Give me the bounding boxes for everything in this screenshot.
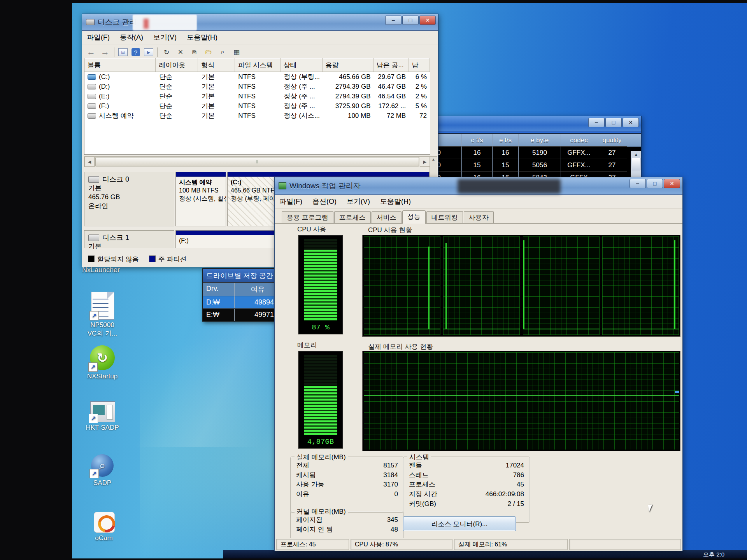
menu-file[interactable]: 파일(F): [279, 197, 302, 206]
menu-view[interactable]: 보기(V): [153, 33, 177, 42]
delete-icon[interactable]: ×: [175, 47, 186, 57]
taskbar[interactable]: 오후 2:0: [223, 550, 747, 558]
status-cpu-usage: CPU 사용: 87%: [351, 539, 452, 550]
table-row[interactable]: 시스템 예약 단순기본 NTFS정상 (시스... 100 MB72 MB 72: [84, 111, 430, 121]
drive-icon: [88, 113, 96, 119]
overlay-header: Drv. 여유: [203, 282, 281, 296]
scrollbar-thumb[interactable]: [632, 158, 640, 170]
cpu-history-label: CPU 사용 현황: [368, 226, 412, 234]
menu-help[interactable]: 도움말(H): [380, 197, 411, 206]
table-row[interactable]: *96015 155056 GFFX...27: [426, 159, 641, 172]
table-row[interactable]: (F:) 단순기본 NTFS정상 (주 ... 3725.90 GB172.62…: [84, 101, 430, 111]
status-bar: 프로세스: 45 CPU 사용: 87% 실제 메모리: 61%: [275, 538, 682, 551]
horizontal-scrollbar[interactable]: ◀ ⫴ ▶: [84, 156, 430, 167]
refresh-icon[interactable]: ↻: [161, 47, 172, 57]
settings-grid-icon[interactable]: ▦: [231, 47, 242, 57]
task-manager-titlebar[interactable]: Windows 작업 관리자 ‒ □ ✕: [275, 177, 682, 195]
maximize-button[interactable]: □: [402, 16, 419, 25]
memory-gauge-label: 메모리: [297, 341, 317, 350]
task-manager-icon: [279, 182, 286, 189]
disk0-summary[interactable]: 디스크 0 기본 465.76 GB 온라인: [84, 172, 174, 226]
codec-table-header: tion c f/s e f/s e byte codec quality: [426, 134, 641, 147]
table-row[interactable]: *96016 165190 GFFX...27: [426, 147, 641, 159]
close-button[interactable]: ✕: [622, 118, 639, 127]
status-spacer: [569, 539, 681, 550]
menu-help[interactable]: 도움말(H): [187, 33, 217, 42]
window-title: Windows 작업 관리자: [289, 181, 361, 191]
menu-action[interactable]: 동작(A): [120, 33, 143, 42]
cpu-core-graph: [443, 236, 520, 335]
maximize-button[interactable]: □: [647, 179, 663, 188]
cpu-core-graph: [602, 236, 679, 335]
menu-view[interactable]: 보기(V): [347, 197, 370, 206]
scroll-up-icon[interactable]: ▲: [431, 157, 435, 161]
disk-icon: [86, 19, 95, 25]
desktop-icon-ocam[interactable]: oCam: [81, 512, 127, 542]
help-icon[interactable]: ?: [132, 48, 140, 56]
tab-processes[interactable]: 프로세스: [334, 211, 371, 223]
scroll-left-icon[interactable]: ◀: [84, 157, 95, 167]
detail-view-icon[interactable]: ▶: [144, 48, 153, 56]
minimize-button[interactable]: ‒: [385, 16, 402, 25]
tab-strip: 응용 프로그램 프로세스 서비스 성능 네트워킹 사용자: [275, 208, 682, 224]
minimize-button[interactable]: ‒: [630, 179, 646, 188]
menu-options[interactable]: 옵션(O): [312, 197, 337, 206]
partition-legend: 할당되지 않음 주 파티션: [88, 255, 186, 264]
open-folder-icon[interactable]: 🗁: [203, 47, 214, 57]
volume-table: 볼륨 레이아웃 형식 파일 시스템 상태 용량 남은 공... 남 (C:) 단…: [84, 58, 430, 155]
back-icon[interactable]: ←: [86, 47, 96, 57]
close-button[interactable]: ✕: [664, 179, 680, 188]
scrollbar-thumb[interactable]: ⫴: [95, 157, 419, 166]
window-title: 디스크 관리: [98, 17, 137, 27]
maximize-button[interactable]: □: [605, 118, 622, 127]
scroll-up-icon[interactable]: ▲: [634, 152, 638, 157]
tab-services[interactable]: 서비스: [372, 211, 402, 223]
mouse-cursor: [648, 504, 653, 512]
cpu-history-chart: [362, 235, 680, 337]
taskbar-clock: 오후 2:0: [703, 551, 724, 558]
scroll-right-icon[interactable]: ▶: [420, 157, 430, 167]
disk-icon: [88, 234, 99, 241]
properties-icon[interactable]: 🗈: [189, 47, 200, 57]
list-item[interactable]: E:₩ 49971: [203, 308, 281, 321]
shortcut-arrow-icon: ↗: [89, 311, 99, 320]
overlay-title: 드라이브별 저장 공간: [203, 269, 281, 282]
disk1-summary[interactable]: 디스크 1 기본: [84, 230, 174, 248]
desktop-icon-nxstartup[interactable]: ↻ ↗ NXStartup: [79, 345, 126, 380]
list-view-icon[interactable]: ▤: [118, 48, 128, 56]
minimize-button[interactable]: ‒: [588, 118, 605, 127]
codec-window-titlebar[interactable]: ‒ □ ✕: [426, 116, 641, 131]
memory-history-graph: [364, 352, 679, 450]
partition-system-reserved[interactable]: 시스템 예약 100 MB NTFS 정상 (시스템, 활성: [175, 172, 226, 226]
primary-partition-color-swatch: [149, 256, 156, 262]
memory-history-chart: [362, 351, 680, 451]
list-item[interactable]: D:₩ 49894: [203, 296, 281, 308]
close-button[interactable]: ✕: [419, 16, 436, 25]
tab-users[interactable]: 사용자: [464, 211, 494, 223]
nxlauncher-label: NxLauncher: [82, 266, 120, 274]
disk-management-titlebar[interactable]: 디스크 관리 ‒ □ ✕: [82, 14, 438, 31]
table-row[interactable]: (D:) 단순기본 NTFS정상 (주 ... 2794.39 GB46.47 …: [84, 82, 430, 91]
censored-region: [133, 15, 197, 30]
resource-monitor-button[interactable]: 리소스 모니터(R)...: [403, 516, 516, 531]
task-manager-window: Windows 작업 관리자 ‒ □ ✕ 파일(F) 옵션(O) 보기(V) 도…: [274, 177, 683, 551]
table-row[interactable]: (C:) 단순기본 NTFS정상 (부팅... 465.66 GB29.67 G…: [84, 72, 430, 82]
ocam-swirl-icon: [94, 512, 115, 533]
forward-icon[interactable]: →: [100, 47, 110, 57]
memory-current-marker: [675, 391, 679, 393]
desktop-icon-sadp[interactable]: ⌕ ↗ SADP: [79, 454, 126, 487]
unallocated-color-swatch: [88, 256, 95, 262]
desktop-icon-hkt-sadp[interactable]: ↗ HKT-SADP: [79, 401, 126, 432]
drive-icon: [88, 84, 96, 89]
cpu-gauge-fill: [304, 250, 337, 321]
tab-networking[interactable]: 네트워킹: [426, 211, 463, 223]
physical-memory-group: 실제 메모리(MB) 전체8157 캐시됨3184 사용 가능3170 여유0: [290, 457, 404, 513]
menu-bar: 파일(F) 동작(A) 보기(V) 도움말(H): [82, 31, 438, 44]
tab-applications[interactable]: 응용 프로그램: [282, 211, 333, 223]
desktop-icon-np5000[interactable]: ↗ NP5000 VC의 기...: [79, 292, 126, 338]
search-icon[interactable]: ⌕: [217, 47, 228, 57]
tab-performance[interactable]: 성능: [402, 210, 426, 224]
cpu-usage-gauge: 87 %: [298, 235, 343, 334]
menu-file[interactable]: 파일(F): [87, 33, 110, 42]
table-row[interactable]: (E:) 단순기본 NTFS정상 (주 ... 2794.39 GB46.54 …: [84, 91, 430, 101]
